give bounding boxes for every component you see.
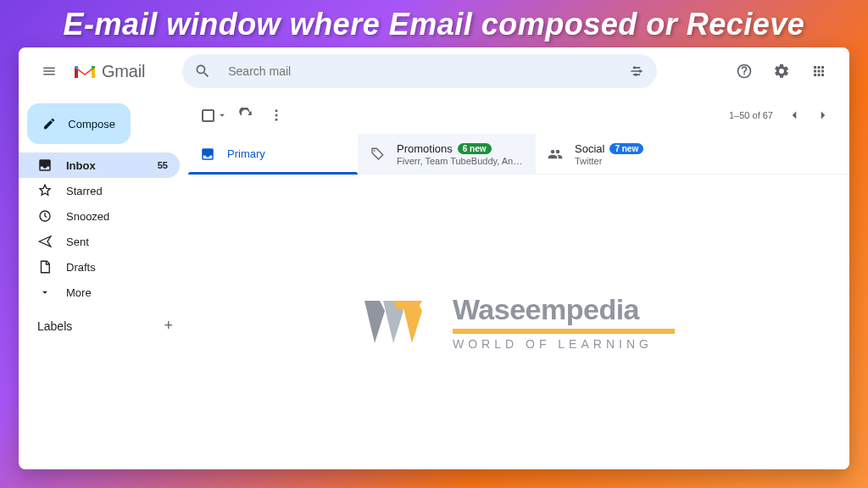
search-icon[interactable] (187, 56, 218, 86)
sidebar-item-more[interactable]: More (19, 280, 180, 305)
nav-label: Inbox (66, 159, 96, 172)
star-icon (37, 183, 53, 198)
people-icon (548, 147, 563, 162)
sidebar-item-drafts[interactable]: Drafts (19, 254, 180, 280)
sidebar-item-starred[interactable]: Starred (19, 178, 180, 203)
watermark-subtitle: WORLD OF LEARNING (453, 337, 653, 351)
sidebar-item-inbox[interactable]: Inbox 55 (19, 152, 180, 178)
pagination-text: 1–50 of 67 (729, 110, 773, 120)
settings-icon[interactable] (765, 54, 798, 88)
inbox-count: 55 (158, 160, 168, 170)
svg-point-4 (275, 109, 278, 112)
new-badge: 7 new (609, 143, 643, 154)
tab-info: Social 7 new Twitter (575, 142, 643, 166)
tab-primary[interactable]: Primary (188, 134, 358, 174)
svg-point-1 (639, 69, 642, 72)
tab-label: Promotions (397, 142, 453, 155)
gmail-logo-text: Gmail (102, 62, 145, 81)
select-all-checkbox[interactable] (200, 106, 230, 125)
compose-label: Compose (68, 118, 115, 130)
app-body: Compose Inbox 55 Starred Snoozed Sent (19, 95, 849, 469)
next-page-button[interactable] (809, 101, 837, 130)
add-label-button[interactable]: + (164, 317, 173, 335)
svg-point-5 (275, 114, 278, 117)
nav-label: More (66, 286, 92, 299)
message-list-area: Waseempedia WORLD OF LEARNING (188, 175, 849, 469)
checkbox-icon (202, 109, 214, 122)
sidebar-item-snoozed[interactable]: Snoozed (19, 203, 180, 229)
clock-icon (37, 208, 53, 224)
nav-label: Snoozed (66, 210, 109, 223)
header-bar: Gmail (19, 47, 849, 95)
tab-subtitle: Twitter (575, 156, 643, 166)
send-icon (37, 234, 53, 249)
search-container (182, 54, 657, 88)
more-button[interactable] (262, 101, 291, 130)
watermark-title: Waseempedia (453, 293, 639, 326)
tab-social[interactable]: Social 7 new Twitter (536, 134, 705, 174)
compose-button[interactable]: Compose (27, 103, 131, 144)
chevron-down-icon (37, 285, 53, 300)
labels-header: Labels + (19, 305, 188, 340)
sidebar-item-sent[interactable]: Sent (19, 229, 180, 254)
inbox-icon (37, 158, 53, 173)
file-icon (37, 259, 53, 274)
header-right (727, 54, 836, 88)
gmail-window: Gmail Compose (19, 47, 849, 469)
svg-point-6 (275, 119, 278, 121)
svg-point-7 (374, 149, 376, 151)
refresh-button[interactable] (231, 101, 260, 130)
tag-icon (370, 147, 385, 162)
toolbar-right: 1–50 of 67 (729, 101, 837, 130)
search-options-icon[interactable] (621, 56, 652, 86)
nav-label: Starred (66, 185, 103, 197)
svg-point-0 (633, 66, 636, 69)
inbox-icon (200, 147, 215, 162)
search-input[interactable] (223, 64, 616, 78)
new-badge: 6 new (458, 143, 492, 154)
nav-label: Sent (66, 236, 89, 248)
toolbar: 1–50 of 67 (188, 97, 849, 134)
main-panel: 1–50 of 67 Primary Promotions 6 new (188, 97, 849, 469)
support-icon[interactable] (727, 54, 761, 88)
category-tabs: Primary Promotions 6 new Fiverr, Team Tu… (188, 134, 849, 175)
tab-promotions[interactable]: Promotions 6 new Fiverr, Team TubeBuddy,… (358, 134, 536, 174)
tab-subtitle: Fiverr, Team TubeBuddy, Ankan ... (397, 156, 524, 166)
tab-label: Social (575, 142, 604, 155)
apps-icon[interactable] (802, 54, 836, 88)
gmail-m-icon (73, 63, 97, 80)
gmail-logo[interactable]: Gmail (73, 62, 145, 81)
prev-page-button[interactable] (780, 101, 809, 130)
tab-info: Promotions 6 new Fiverr, Team TubeBuddy,… (397, 142, 524, 166)
main-menu-button[interactable] (32, 54, 66, 88)
watermark-logo-icon (363, 297, 441, 347)
labels-title: Labels (37, 319, 72, 333)
svg-point-2 (635, 74, 637, 76)
watermark-divider (453, 329, 675, 334)
watermark: Waseempedia WORLD OF LEARNING (363, 293, 675, 351)
page-banner-title: E-mail window where Email composed or Re… (0, 0, 868, 47)
nav-label: Drafts (66, 261, 96, 274)
sidebar: Compose Inbox 55 Starred Snoozed Sent (19, 95, 188, 469)
toolbar-left (200, 101, 291, 130)
chevron-down-icon (216, 109, 228, 121)
pencil-icon (42, 115, 56, 132)
tab-label: Primary (227, 147, 265, 160)
